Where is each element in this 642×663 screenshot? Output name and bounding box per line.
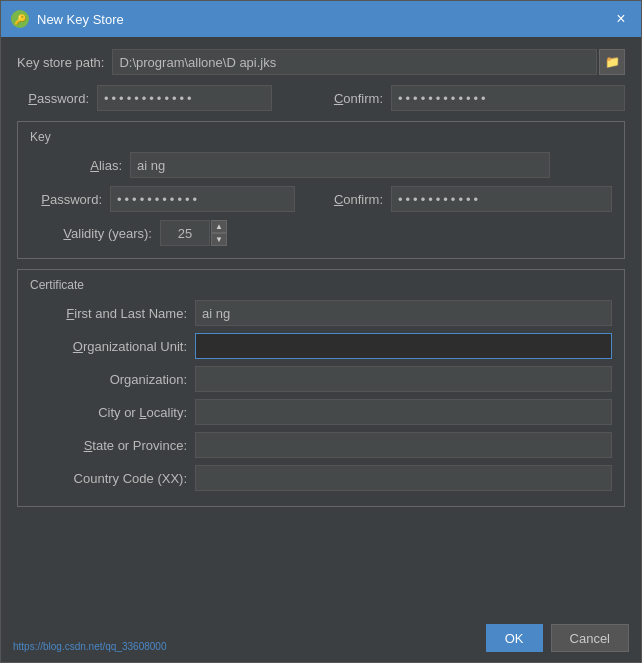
dialog-title: New Key Store	[37, 12, 124, 27]
key-password-input[interactable]	[110, 186, 295, 212]
top-confirm-input[interactable]	[391, 85, 625, 111]
top-password-row: Password: Confirm:	[17, 85, 625, 111]
cancel-button[interactable]: Cancel	[551, 624, 629, 652]
validity-input[interactable]	[160, 220, 210, 246]
certificate-group-label: Certificate	[30, 278, 612, 292]
key-password-section: Password:	[30, 186, 321, 212]
top-password-section: Password:	[17, 85, 321, 111]
top-confirm-section: Confirm:	[321, 85, 625, 111]
organization-row: Organization:	[30, 366, 612, 392]
top-password-input[interactable]	[97, 85, 272, 111]
city-label: City or Locality:	[30, 405, 195, 420]
org-unit-label: Organizational Unit:	[30, 339, 195, 354]
folder-icon: 📁	[605, 55, 620, 69]
alias-row: Alias:	[30, 152, 612, 178]
dialog-footer: https://blog.csdn.net/qq_33608000 OK Can…	[1, 616, 641, 662]
state-input[interactable]	[195, 432, 612, 458]
city-row: City or Locality:	[30, 399, 612, 425]
key-password-label: Password:	[30, 192, 110, 207]
org-unit-input[interactable]	[195, 333, 612, 359]
keystore-path-row: Key store path: 📁	[17, 49, 625, 75]
org-unit-row: Organizational Unit:	[30, 333, 612, 359]
alias-label: Alias:	[30, 158, 130, 173]
dialog-content: Key store path: 📁 Password: Confirm: Key…	[1, 37, 641, 616]
validity-label: Validity (years):	[30, 226, 160, 241]
key-confirm-label: Confirm:	[321, 192, 391, 207]
title-bar: 🔑 New Key Store ×	[1, 1, 641, 37]
ok-button[interactable]: OK	[486, 624, 543, 652]
close-button[interactable]: ×	[611, 9, 631, 29]
state-row: State or Province:	[30, 432, 612, 458]
first-last-name-label: First and Last Name:	[30, 306, 195, 321]
alias-input[interactable]	[130, 152, 550, 178]
spinner-up-button[interactable]: ▲	[211, 220, 227, 233]
key-confirm-section: Confirm:	[321, 186, 612, 212]
validity-spinner: ▲ ▼	[160, 220, 227, 246]
country-label: Country Code (XX):	[30, 471, 195, 486]
key-group: Key Alias: Password: Confirm: Validity	[17, 121, 625, 259]
first-last-name-input[interactable]	[195, 300, 612, 326]
organization-input[interactable]	[195, 366, 612, 392]
title-bar-left: 🔑 New Key Store	[11, 10, 124, 28]
top-password-label: Password:	[17, 91, 97, 106]
browse-folder-button[interactable]: 📁	[599, 49, 625, 75]
spinner-down-button[interactable]: ▼	[211, 233, 227, 246]
key-password-row: Password: Confirm:	[30, 186, 612, 212]
key-confirm-input[interactable]	[391, 186, 612, 212]
keystore-icon: 🔑	[11, 10, 29, 28]
organization-label: Organization:	[30, 372, 195, 387]
validity-row: Validity (years): ▲ ▼	[30, 220, 612, 246]
first-last-name-row: First and Last Name:	[30, 300, 612, 326]
state-label: State or Province:	[30, 438, 195, 453]
city-input[interactable]	[195, 399, 612, 425]
country-row: Country Code (XX):	[30, 465, 612, 491]
dialog: 🔑 New Key Store × Key store path: 📁 Pass…	[0, 0, 642, 663]
spinner-buttons: ▲ ▼	[211, 220, 227, 246]
key-group-label: Key	[30, 130, 612, 144]
keystore-path-input[interactable]	[112, 49, 597, 75]
keystore-path-label: Key store path:	[17, 55, 104, 70]
certificate-group: Certificate First and Last Name: Organiz…	[17, 269, 625, 507]
country-input[interactable]	[195, 465, 612, 491]
watermark: https://blog.csdn.net/qq_33608000	[13, 641, 166, 652]
top-confirm-label: Confirm:	[321, 91, 391, 106]
